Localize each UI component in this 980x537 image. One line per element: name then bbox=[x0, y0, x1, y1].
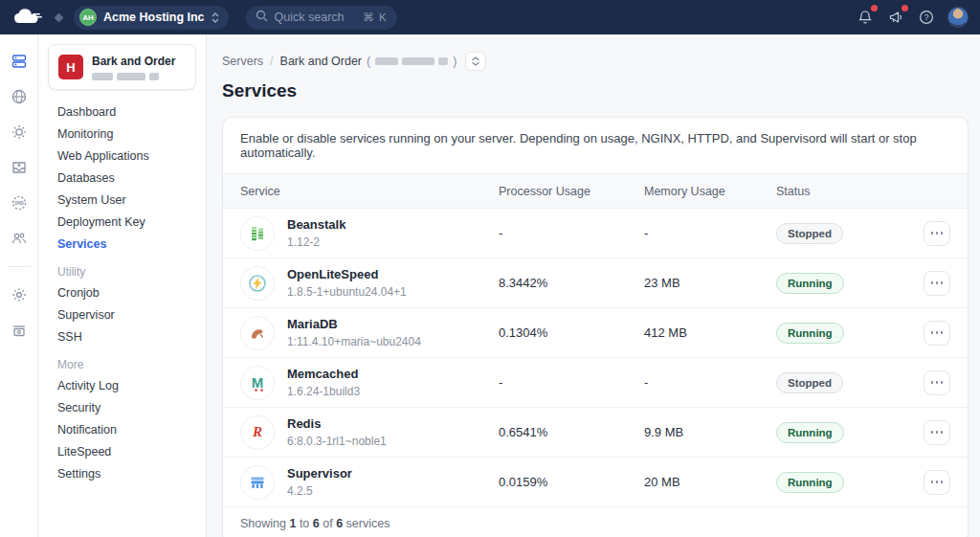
cpu-value: 0.0159% bbox=[499, 475, 644, 489]
sidebar-item-notification[interactable]: Notification bbox=[52, 419, 192, 441]
topbar-right: ? bbox=[856, 7, 969, 28]
row-actions-button[interactable] bbox=[924, 420, 950, 445]
bell-icon[interactable] bbox=[856, 8, 875, 27]
search-icon bbox=[256, 10, 268, 25]
notification-dot bbox=[902, 5, 908, 11]
status-badge: Stopped bbox=[776, 372, 843, 393]
memory-value: 9.9 MB bbox=[644, 425, 776, 439]
sidebar-item-supervisor[interactable]: Supervisor bbox=[52, 304, 192, 326]
table-row: Supervisor 4.2.5 0.0159% 20 MB Running bbox=[223, 458, 968, 507]
service-name: OpenLiteSpeed bbox=[287, 267, 407, 283]
openlitespeed-icon bbox=[240, 266, 275, 301]
row-actions-button[interactable] bbox=[924, 321, 950, 346]
memory-value: 20 MB bbox=[644, 475, 776, 489]
sidebar-menu: Dashboard Monitoring Web Applications Da… bbox=[48, 90, 196, 485]
cpu-value: 8.3442% bbox=[499, 276, 644, 290]
team-icon[interactable] bbox=[10, 229, 29, 248]
archive-icon[interactable] bbox=[10, 321, 29, 340]
sidebar-item-dashboard[interactable]: Dashboard bbox=[52, 101, 192, 123]
cloud-logo[interactable] bbox=[11, 7, 44, 28]
gear-icon[interactable] bbox=[10, 285, 29, 304]
search-placeholder: Quick search bbox=[275, 11, 357, 24]
col-service: Service bbox=[240, 185, 499, 198]
breadcrumb-ip-redacted bbox=[375, 57, 448, 65]
mariadb-icon bbox=[240, 316, 275, 350]
sidebar-item-settings[interactable]: Settings bbox=[52, 463, 192, 485]
col-status: Status bbox=[776, 185, 902, 198]
sun-icon[interactable] bbox=[10, 123, 29, 142]
sidebar-item-services[interactable]: Services bbox=[52, 234, 192, 256]
globe-icon[interactable] bbox=[10, 87, 29, 106]
server-switcher-button[interactable] bbox=[465, 52, 486, 71]
sidebar-item-monitoring[interactable]: Monitoring bbox=[52, 123, 192, 145]
breadcrumb-separator: / bbox=[270, 55, 273, 68]
service-version: 6:8.0.3-1rl1~noble1 bbox=[287, 435, 387, 448]
main-content: Servers / Bark and Order ( ) Services En… bbox=[207, 34, 980, 537]
user-avatar[interactable] bbox=[947, 7, 969, 28]
chevron-updown-icon bbox=[212, 12, 219, 23]
sidebar-item-databases[interactable]: Databases bbox=[52, 168, 192, 190]
service-version: 1:11.4.10+maria~ubu2404 bbox=[287, 335, 421, 348]
server-card[interactable]: H Bark and Order bbox=[48, 44, 196, 90]
status-badge: Running bbox=[776, 273, 844, 294]
table-row: R Redis 6:8.0.3-1rl1~noble1 0.6541% 9.9 … bbox=[223, 408, 968, 458]
sidebar-item-ssh[interactable]: SSH bbox=[52, 326, 192, 348]
servers-icon[interactable] bbox=[10, 52, 29, 71]
page-title: Services bbox=[222, 80, 969, 101]
sidebar-item-activity-log[interactable]: Activity Log bbox=[52, 375, 192, 397]
memory-value: 412 MB bbox=[644, 325, 776, 340]
service-version: 4.2.5 bbox=[287, 484, 352, 498]
notification-dot bbox=[871, 5, 878, 11]
org-switcher[interactable]: AH Acme Hosting Inc bbox=[74, 6, 229, 30]
megaphone-icon[interactable] bbox=[886, 8, 905, 27]
breadcrumb-server: Bark and Order ( ) bbox=[280, 55, 457, 68]
table-header: Service Processor Usage Memory Usage Sta… bbox=[223, 174, 968, 209]
diamond-separator-icon bbox=[55, 12, 64, 22]
sidebar-item-cronjob[interactable]: Cronjob bbox=[52, 282, 192, 304]
service-name: Redis bbox=[287, 416, 387, 433]
sidebar-item-security[interactable]: Security bbox=[52, 397, 192, 419]
rail-divider bbox=[8, 266, 31, 267]
help-icon[interactable]: ? bbox=[917, 8, 936, 27]
cpu-value: - bbox=[499, 226, 644, 240]
row-actions-button[interactable] bbox=[924, 470, 950, 495]
col-processor-usage: Processor Usage bbox=[499, 185, 644, 198]
col-memory-usage: Memory Usage bbox=[644, 185, 776, 198]
sidebar-item-litespeed[interactable]: LiteSpeed bbox=[52, 441, 192, 463]
supervisor-icon bbox=[240, 465, 275, 500]
beanstalk-icon bbox=[240, 216, 275, 251]
server-ip-redacted bbox=[92, 73, 175, 80]
quick-search-input[interactable]: Quick search ⌘ K bbox=[246, 6, 397, 30]
row-actions-button[interactable] bbox=[924, 271, 950, 296]
breadcrumb-servers[interactable]: Servers bbox=[222, 55, 263, 68]
sidebar-item-deployment-key[interactable]: Deployment Key bbox=[52, 212, 192, 234]
row-actions-button[interactable] bbox=[924, 370, 950, 395]
status-badge: Running bbox=[776, 422, 844, 443]
inbox-icon[interactable] bbox=[10, 158, 29, 177]
memory-value: - bbox=[644, 375, 776, 390]
service-name: Memcached bbox=[287, 367, 360, 383]
row-actions-button[interactable] bbox=[924, 221, 950, 246]
svg-text:DNS: DNS bbox=[14, 201, 24, 206]
cpu-value: 0.1304% bbox=[499, 325, 644, 340]
table-row: OpenLiteSpeed 1.8.5-1+ubuntu24.04+1 8.34… bbox=[223, 258, 968, 308]
status-badge: Running bbox=[776, 323, 844, 344]
sidebar-section-utility: Utility bbox=[52, 256, 192, 282]
table-row: MariaDB 1:11.4.10+maria~ubu2404 0.1304% … bbox=[223, 308, 968, 358]
status-badge: Running bbox=[776, 472, 844, 493]
breadcrumb: Servers / Bark and Order ( ) bbox=[222, 52, 969, 71]
service-name: MariaDB bbox=[287, 317, 421, 333]
table-row: Beanstalk 1.12-2 - - Stopped bbox=[223, 209, 968, 258]
status-badge: Stopped bbox=[776, 223, 843, 244]
sidebar-item-system-user[interactable]: System User bbox=[52, 190, 192, 212]
sidebar-item-web-applications[interactable]: Web Applications bbox=[52, 145, 192, 168]
services-info-text: Enable or disable services running on yo… bbox=[223, 118, 968, 174]
service-name: Beanstalk bbox=[287, 217, 345, 234]
service-name: Supervisor bbox=[287, 466, 352, 482]
topbar: AH Acme Hosting Inc Quick search ⌘ K ? bbox=[0, 0, 980, 34]
memory-value: - bbox=[644, 226, 776, 240]
memory-value: 23 MB bbox=[644, 276, 776, 290]
service-version: 1.12-2 bbox=[287, 235, 345, 249]
table-row: M Memcached 1.6.24-1build3 - - Stopped bbox=[223, 358, 968, 408]
dns-icon[interactable]: DNS bbox=[10, 193, 29, 213]
